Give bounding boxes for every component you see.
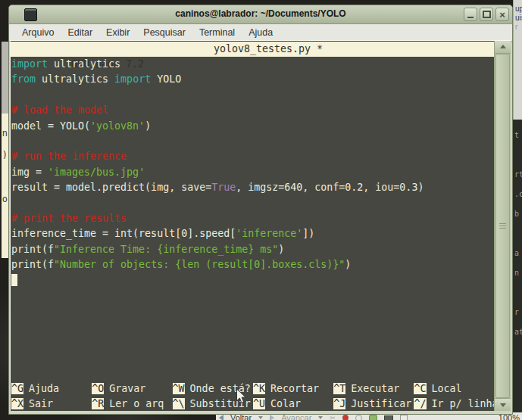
right-window-text: t rt .c b a n r ata bbox=[513, 120, 522, 342]
code-token: ) bbox=[278, 244, 284, 255]
reload-icon[interactable] bbox=[355, 415, 362, 420]
code-line: # print the results bbox=[11, 211, 494, 226]
code-token: print(f bbox=[11, 259, 54, 270]
shortcut-key: ^W bbox=[173, 383, 185, 394]
scrollbar-grip bbox=[499, 223, 506, 229]
computer-icon[interactable] bbox=[384, 415, 393, 420]
text-cursor bbox=[11, 274, 17, 286]
code-token: "Number of objects: {len (result[0].boxe… bbox=[54, 259, 345, 270]
right-window-top-text: up bbox=[515, 5, 522, 14]
stop-icon[interactable] bbox=[342, 415, 349, 420]
background-window-right-content: t rt .c b a n r ata bbox=[513, 120, 522, 413]
shortcut-key: ^/ bbox=[414, 398, 426, 409]
shortcut-label: Ir p/ linha bbox=[432, 398, 495, 409]
code-token: ]) bbox=[302, 228, 314, 239]
shortcut-label: Gravar bbox=[109, 383, 145, 394]
code-token: ultralytics bbox=[48, 58, 120, 70]
code-token: # load the model bbox=[11, 104, 108, 116]
shortcut-row-2: ^XSair^RLer o arq^\Substituir^UColar^JJu… bbox=[11, 397, 494, 411]
forward-arrow-icon[interactable] bbox=[270, 415, 274, 420]
code-line: # run the inference bbox=[11, 149, 494, 164]
document-icon[interactable] bbox=[400, 415, 408, 420]
menu-exibir[interactable]: Exibir bbox=[99, 26, 136, 39]
shortcut-key: ^\ bbox=[173, 398, 185, 409]
code-token: ) bbox=[145, 120, 151, 132]
code-token: ) bbox=[345, 259, 351, 270]
menu-pesquisar[interactable]: Pesquisar bbox=[136, 26, 192, 39]
background-window-right-top: up uis r bbox=[513, 0, 522, 120]
minimize-icon bbox=[467, 17, 474, 18]
code-line: from ultralytics import YOLO bbox=[11, 72, 494, 87]
terminal-window: caninos@labrador: ~/Documents/YOLO × Arq… bbox=[8, 5, 513, 415]
shortcut-colar[interactable]: ^UColar bbox=[253, 397, 333, 411]
shortcut-ler-o-arq[interactable]: ^RLer o arq bbox=[92, 397, 172, 411]
shortcut-local[interactable]: ^CLocal bbox=[414, 381, 494, 397]
terminal-view: GNU nano 7.2 yolov8_testes.py * import u… bbox=[10, 40, 511, 411]
right-window-top-text: r bbox=[515, 23, 522, 32]
title-bar[interactable]: caninos@labrador: ~/Documents/YOLO × bbox=[9, 5, 512, 24]
shortcut-recortar[interactable]: ^KRecortar bbox=[253, 381, 333, 397]
code-area: import ultralyticsfrom ultralytics impor… bbox=[11, 57, 494, 288]
scrollbar-thumb[interactable] bbox=[495, 54, 510, 398]
shortcut-key: ^R bbox=[92, 398, 104, 409]
arrow-up-icon bbox=[500, 45, 506, 48]
terminal-scrollbar[interactable] bbox=[494, 41, 511, 411]
minimize-button[interactable] bbox=[464, 8, 477, 21]
menu-editar[interactable]: Editar bbox=[61, 26, 99, 39]
code-token: print(f bbox=[11, 244, 54, 255]
home-icon[interactable] bbox=[369, 415, 377, 420]
code-line: print(f"Inference Time: {inference_time}… bbox=[11, 242, 494, 257]
dropdown-arrow-icon[interactable] bbox=[318, 416, 323, 419]
menu-arquivo[interactable]: Arquivo bbox=[15, 26, 61, 39]
shortcut-key: ^O bbox=[92, 383, 104, 394]
shortcut-label: Sair bbox=[29, 398, 53, 409]
code-token: import bbox=[114, 73, 151, 85]
code-line: print(f"Number of objects: {len (result[… bbox=[11, 257, 494, 272]
code-line: import ultralytics bbox=[11, 57, 494, 72]
desktop: { "window": { "title": "caninos@labrador… bbox=[0, 0, 522, 420]
scroll-up-button[interactable] bbox=[495, 41, 511, 54]
code-token: True bbox=[211, 182, 236, 193]
shortcut-sair[interactable]: ^XSair bbox=[11, 397, 92, 411]
code-token: # run the inference bbox=[11, 151, 127, 162]
shortcut-key: ^T bbox=[333, 383, 345, 394]
shortcut-gravar[interactable]: ^OGravar bbox=[92, 381, 172, 397]
code-line: result = model.predict(img, save=True, i… bbox=[11, 180, 494, 195]
shortcut-label: Recortar bbox=[270, 383, 319, 394]
code-token: 'images/bus.jpg' bbox=[48, 166, 145, 178]
shortcut-ir-p-linha[interactable]: ^/Ir p/ linha bbox=[414, 397, 494, 411]
shortcut-executar[interactable]: ^TExecutar bbox=[333, 381, 414, 397]
shortcut-ajuda[interactable]: ^GAjuda bbox=[11, 381, 92, 397]
nano-header: GNU nano 7.2 yolov8_testes.py * bbox=[11, 42, 494, 57]
menu-bar: ArquivoEditarExibirPesquisarTerminalAjud… bbox=[9, 24, 512, 42]
shortcut-key: ^X bbox=[11, 398, 23, 409]
maximize-button[interactable] bbox=[480, 8, 493, 21]
shortcut-key: ^K bbox=[253, 383, 265, 394]
terminal-screen[interactable]: GNU nano 7.2 yolov8_testes.py * import u… bbox=[11, 41, 494, 411]
shortcut-key: ^G bbox=[11, 383, 23, 394]
back-arrow-icon[interactable] bbox=[219, 415, 223, 420]
shortcut-row-1: ^GAjuda^OGravar^WOnde está?^KRecortar^TE… bbox=[11, 381, 494, 397]
code-line: inference_time = int(result[0].speed['in… bbox=[11, 226, 494, 241]
arrow-down-icon bbox=[500, 403, 506, 407]
dropdown-arrow-icon[interactable] bbox=[258, 416, 263, 419]
code-token: import bbox=[11, 58, 48, 70]
close-icon: × bbox=[499, 10, 505, 20]
window-title: caninos@labrador: ~/Documents/YOLO bbox=[9, 8, 512, 19]
menu-ajuda[interactable]: Ajuda bbox=[242, 26, 280, 39]
code-token: inference_time = int(result[0].speed[ bbox=[11, 228, 236, 239]
code-line: img = 'images/bus.jpg' bbox=[11, 165, 494, 180]
shortcut-label: Ajuda bbox=[29, 383, 59, 394]
background-window-right[interactable]: up uis r t rt .c b a n r ata bbox=[513, 0, 522, 413]
close-button[interactable]: × bbox=[495, 8, 509, 21]
menu-terminal[interactable]: Terminal bbox=[192, 26, 242, 39]
shortcut-justificar[interactable]: ^JJustificar bbox=[333, 397, 414, 411]
shortcut-key: ^C bbox=[414, 383, 426, 394]
code-token: YOLO bbox=[151, 73, 181, 85]
code-line bbox=[11, 273, 494, 288]
scroll-down-button[interactable] bbox=[495, 398, 511, 411]
maximize-icon bbox=[483, 11, 491, 18]
code-token: "Inference Time: {inference_time} ms" bbox=[54, 244, 278, 255]
code-line bbox=[11, 196, 494, 211]
code-token: from bbox=[11, 73, 36, 85]
